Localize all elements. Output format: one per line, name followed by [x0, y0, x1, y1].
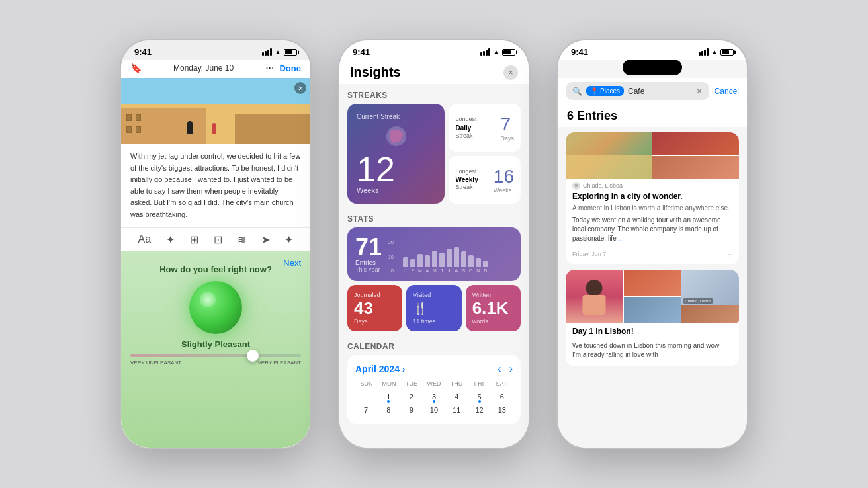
cal-day-12[interactable]: 12	[468, 404, 490, 416]
journaled-unit: Days	[354, 318, 396, 325]
cal-day-7[interactable]: 7	[355, 404, 376, 416]
longest-weekly-card: Longest Weekly Streak 16 Weeks	[449, 156, 521, 204]
mood-orb[interactable]	[189, 281, 242, 334]
font-icon[interactable]: Aa	[138, 233, 151, 245]
photo-close-icon[interactable]: ✕	[294, 82, 306, 94]
done-button[interactable]: Done	[279, 63, 301, 73]
close-button[interactable]: ×	[503, 65, 518, 80]
journaled-pill: Journaled 43 Days	[347, 285, 402, 331]
mood-label: Slightly Pleasant	[181, 339, 250, 349]
entry-card-2[interactable]: Chiado, Lisboa Day 1 in Lisbon! We touch…	[566, 270, 739, 366]
insights-scroll[interactable]: Streaks Current Streak 12 Weeks	[339, 84, 529, 448]
cal-day-2[interactable]: 2	[401, 391, 422, 403]
bottom-stats: Journaled 43 Days Visited 🍴 11 times Wri…	[347, 285, 521, 331]
status-bar-2: 9:41 ▲	[339, 40, 529, 60]
calendar-month[interactable]: April 2024 ›	[355, 364, 405, 374]
calendar-section: April 2024 › ‹ › SUN MON TUE WED THU FRI…	[347, 355, 521, 424]
entry-1-photo-side	[652, 132, 739, 179]
wifi-icon-3: ▲	[711, 48, 718, 56]
written-unit: words	[472, 318, 514, 325]
entry-1-more[interactable]: ···	[724, 249, 732, 259]
lw-label: Longest Weekly Streak	[455, 168, 478, 192]
battery-icon-2	[502, 49, 515, 56]
search-input[interactable]: Cafe	[628, 87, 692, 96]
more-icon[interactable]: ···	[265, 62, 274, 74]
phone-insights: 9:41 ▲ Insights × Streaks	[338, 39, 530, 449]
journaled-number: 43	[354, 300, 396, 317]
journaled-label: Journaled	[354, 292, 396, 298]
clear-icon[interactable]: ✕	[696, 87, 703, 96]
streak-mini-cards: Longest Daily Streak 7 Days Longest	[449, 104, 521, 204]
stats-card: 71 Entries This Year 20 10 0 J F M A	[347, 227, 521, 281]
ld-number: 7	[500, 114, 511, 134]
mood-slider[interactable]: VERY UNPLEASANT VERY PLEASANT	[130, 354, 301, 366]
journal-text-content: With my jet lag under control, we decide…	[121, 144, 310, 227]
stats-number: 71	[355, 235, 382, 259]
journal-header: 🔖 Monday, June 10 ··· Done	[121, 60, 310, 78]
journal-toolbar: Aa ✦ ⊞ ⊡ ≋ ➤ ✦	[121, 227, 310, 251]
cal-day-4[interactable]: 4	[446, 391, 467, 403]
visited-times: 11 times	[413, 318, 455, 325]
chiado-label: Chiado, Lisboa	[683, 298, 713, 304]
visited-icon: 🍴	[413, 301, 455, 315]
dynamic-island	[623, 60, 682, 75]
status-icons-1: ▲	[262, 48, 297, 56]
cal-day-9[interactable]: 9	[401, 404, 422, 416]
audio-icon[interactable]: ≋	[238, 233, 246, 246]
cal-day-8[interactable]: 8	[378, 404, 399, 416]
entry-1-photos	[566, 132, 739, 179]
entry-card-1[interactable]: ⊕ Chiado, Lisboa Exploring in a city of …	[566, 132, 739, 264]
time-1: 9:41	[134, 47, 152, 57]
wifi-icon-1: ▲	[275, 48, 281, 56]
next-button[interactable]: Next	[283, 258, 301, 268]
cal-day-10[interactable]: 10	[423, 404, 445, 416]
cs-number: 12	[357, 152, 435, 186]
cal-day-5[interactable]: 5	[468, 391, 490, 403]
entry-1-date: Friday, Jun 7	[572, 251, 606, 257]
entry-2-body: We touched down in Lisbon this morning a…	[566, 339, 739, 362]
battery-icon-3	[720, 49, 734, 56]
cal-day-1[interactable]: 1	[378, 391, 399, 403]
journal-photo: ✕	[121, 78, 310, 144]
stats-label: Stats	[347, 208, 521, 227]
cal-prev[interactable]: ‹	[498, 363, 501, 375]
read-more-1[interactable]: ...	[619, 235, 624, 242]
cal-day-6[interactable]: 6	[492, 391, 513, 403]
status-icons-3: ▲	[699, 48, 734, 56]
photo-icon[interactable]: ⊞	[190, 233, 198, 246]
location-icon[interactable]: ➤	[261, 233, 270, 246]
places-icon: 📍	[590, 87, 598, 95]
cal-day-3[interactable]: 3	[423, 391, 445, 403]
phone-journal: 9:41 ▲ 🔖 Monday, June 10 ··· Done	[120, 39, 312, 449]
cal-next[interactable]: ›	[509, 363, 513, 375]
calendar-days-header: SUN MON TUE WED THU FRI SAT	[355, 380, 513, 387]
visited-label: Visited	[413, 292, 455, 298]
written-label: Written	[472, 292, 514, 298]
lw-unit: Weeks	[494, 187, 514, 194]
entry-1-title: Exploring in a city of wonder.	[566, 192, 739, 204]
written-pill: Written 6.1K words	[466, 285, 521, 331]
phone-search: 9:41 ▲ 🔍 📍 Places	[556, 39, 748, 449]
places-tag[interactable]: 📍 Places	[586, 86, 624, 96]
mood-question: How do you feel right now?	[159, 264, 272, 274]
more-tools-icon[interactable]: ✦	[284, 233, 293, 246]
stats-entries-label: Entries	[355, 259, 382, 266]
ld-unit: Days	[500, 135, 514, 142]
cal-day-13[interactable]: 13	[492, 404, 513, 416]
magic-icon[interactable]: ✦	[166, 233, 175, 246]
bookmark-icon[interactable]: 🔖	[130, 63, 142, 73]
cal-day-11[interactable]: 11	[446, 404, 467, 416]
current-streak-card: Current Streak 12 Weeks	[347, 104, 445, 204]
entry-2-title: Day 1 in Lisbon!	[566, 323, 739, 339]
camera-icon[interactable]: ⊡	[214, 233, 222, 246]
entry-1-location: ⊕ Chiado, Lisboa	[566, 179, 739, 192]
search-bar[interactable]: 🔍 📍 Places Cafe ✕	[566, 82, 709, 100]
cancel-button[interactable]: Cancel	[715, 87, 739, 96]
stats-entries-sublabel: This Year	[355, 266, 382, 273]
calendar-nav: ‹ ›	[498, 363, 513, 375]
written-number: 6.1K	[472, 300, 514, 317]
entry-1-photo-main	[566, 132, 652, 179]
mood-section: Next How do you feel right now? Slightly…	[121, 251, 310, 448]
cs-decoration	[383, 123, 410, 149]
calendar-label: Calendar	[347, 335, 521, 355]
